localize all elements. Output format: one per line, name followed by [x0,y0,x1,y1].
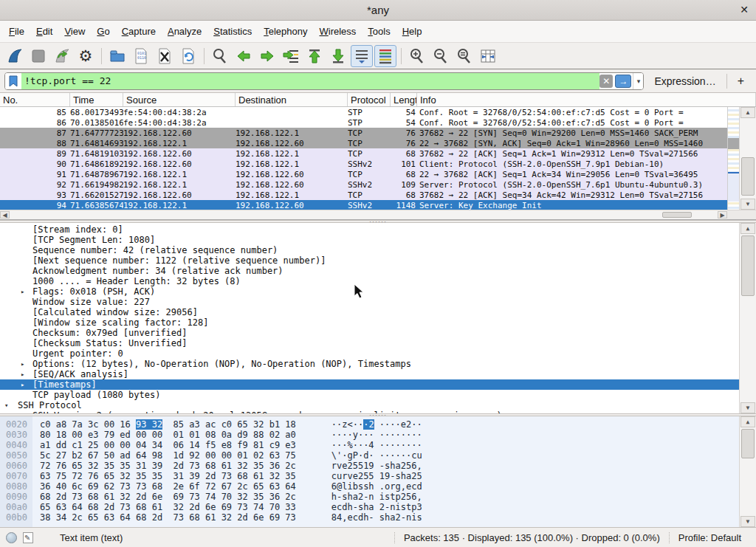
save-file-button[interactable]: 01010110 [130,45,152,67]
zoom-100-button[interactable] [453,45,475,67]
go-top-button[interactable] [303,45,326,67]
packet-row[interactable]: 9371.662015274192.168.122.60192.168.122.… [0,190,727,200]
expression-button[interactable]: Expression… [654,75,715,87]
col-protocol[interactable]: Protocol [348,93,391,106]
scroll-thumb[interactable] [662,212,692,218]
zoom-out-button[interactable] [430,45,452,67]
menu-view[interactable]: View [58,23,91,40]
hex-row[interactable]: 00a065 63 64 68 2d 73 68 61 32 2d 6e 69 … [0,502,739,512]
detail-line[interactable]: ▸[SEQ/ACK analysis] [0,369,739,379]
open-file-button[interactable] [106,45,128,67]
packet-list-vscrollbar[interactable]: ▲ ▼ [739,107,756,210]
packet-row[interactable]: 8568.001734936fe:54:00:d4:38:2aSTP54Conf… [0,107,727,117]
menu-capture[interactable]: Capture [116,23,162,40]
detail-line[interactable]: Checksum: 0x79ed [unverified] [0,328,739,338]
packet-row[interactable]: 8871.648146932192.168.122.1192.168.122.6… [0,138,727,148]
detail-line[interactable]: [Calculated window size: 29056] [0,307,739,317]
go-to-packet-button[interactable] [280,45,302,67]
detail-line[interactable]: TCP payload (1080 bytes) [0,390,739,400]
scroll-thumb[interactable] [741,157,755,196]
scroll-up-icon[interactable]: ▲ [740,107,755,118]
scroll-thumb[interactable] [741,429,755,458]
hex-row[interactable]: 008036 40 6c 69 62 73 73 68 2e 6f 72 67 … [0,481,739,492]
hex-row[interactable]: 00505c 27 b2 67 50 ad 64 98 1d 92 00 00 … [0,450,739,461]
capture-options-button[interactable]: ⚙ [75,45,97,67]
detail-line[interactable]: [Next sequence number: 1122 (relative se… [0,255,739,266]
hex-row[interactable]: 0040a1 dd c1 25 00 00 04 34 06 14 f5 e8 … [0,440,739,450]
zoom-in-button[interactable] [406,45,428,67]
scroll-up-icon[interactable]: ▲ [740,416,755,427]
packet-row[interactable]: 9271.661949820192.168.122.1192.168.122.6… [0,179,727,190]
auto-scroll-toggle[interactable] [351,45,373,67]
col-time[interactable]: Time [70,93,123,106]
packet-row[interactable]: 9171.648789678192.168.122.1192.168.122.6… [0,169,727,179]
filter-apply-icon[interactable]: → [615,75,631,88]
detail-line[interactable]: [TCP Segment Len: 1080] [0,235,739,245]
detail-line[interactable]: Acknowledgment number: 34 (relative ack … [0,266,739,276]
detail-line-selected[interactable]: ▸[Timestamps] [0,379,739,390]
detail-line[interactable]: ▸Options: (12 bytes), No-Operation (NOP)… [0,359,739,369]
packet-row-selected[interactable]: 9471.663856741192.168.122.1192.168.122.6… [0,200,727,210]
hex-row[interactable]: 007063 75 72 76 65 32 35 35 31 39 2d 73 … [0,471,739,481]
filter-clear-icon[interactable]: ✕ [599,75,613,88]
scroll-left-icon[interactable]: ◀ [0,211,10,219]
expert-info-icon[interactable] [6,532,17,543]
col-length[interactable]: Length [391,93,417,106]
display-filter-input[interactable] [21,73,599,89]
col-destination[interactable]: Destination [236,93,348,106]
status-profile[interactable]: Profile: Default [669,532,750,543]
menu-analyze[interactable]: Analyze [162,23,207,40]
col-no[interactable]: No. [0,93,70,106]
packet-list-hscrollbar[interactable]: ◀ ▶ [0,210,727,219]
packet-row[interactable]: 8971.648191037192.168.122.60192.168.122.… [0,148,727,159]
detail-line[interactable]: Window size value: 227 [0,297,739,307]
hex-row[interactable]: 0020c0 a8 7a 3c 00 16 93 32 85 a3 ac c0 … [0,419,739,430]
start-capture-button[interactable] [4,45,26,67]
packet-row[interactable]: 8771.647777234192.168.122.60192.168.122.… [0,128,727,138]
detail-line[interactable]: [Stream index: 0] [0,224,739,235]
packet-row[interactable]: 8670.013850163fe:54:00:d4:38:2aSTP54Conf… [0,117,727,128]
menu-tools[interactable]: Tools [362,23,396,40]
col-info[interactable]: Info [417,93,756,106]
hex-row[interactable]: 006072 76 65 32 35 35 31 39 2d 73 68 61 … [0,461,739,471]
detail-line[interactable]: Urgent pointer: 0 [0,348,739,359]
hex-vscrollbar[interactable]: ▲ ▼ [739,416,756,527]
menu-wireless[interactable]: Wireless [314,23,362,40]
menu-help[interactable]: Help [396,23,428,40]
menu-statistics[interactable]: Statistics [207,23,258,40]
go-back-button[interactable] [233,45,255,67]
add-filter-button[interactable]: + [730,75,752,88]
menu-go[interactable]: Go [91,23,115,40]
colorize-toggle[interactable] [374,45,396,67]
scroll-down-icon[interactable]: ▼ [740,402,755,413]
menu-edit[interactable]: Edit [30,23,58,40]
menu-telephony[interactable]: Telephony [258,23,313,40]
detail-line[interactable]: [Checksum Status: Unverified] [0,338,739,348]
close-icon[interactable]: ✕ [740,4,749,16]
detail-line[interactable]: ▾SSH Protocol [0,400,739,410]
scroll-up-icon[interactable]: ▲ [740,223,755,234]
hex-row[interactable]: 00b038 34 2c 65 63 64 68 2d 73 68 61 32 … [0,512,739,523]
details-vscrollbar[interactable]: ▲ ▼ [739,223,756,413]
detail-line[interactable]: [Window size scaling factor: 128] [0,317,739,328]
filter-dropdown-caret[interactable]: ▾ [633,73,643,89]
scroll-down-icon[interactable]: ▼ [740,199,755,210]
menu-file[interactable]: File [3,23,30,40]
find-packet-button[interactable] [209,45,231,67]
display-filter-field[interactable]: ✕ → ▾ [4,72,644,90]
resize-columns-button[interactable] [477,45,499,67]
intelligent-scrollbar-minimap[interactable] [727,107,739,210]
scroll-right-icon[interactable]: ▶ [718,211,727,219]
restart-capture-button[interactable] [51,45,73,67]
go-bottom-button[interactable] [327,45,349,67]
reload-file-button[interactable] [177,45,199,67]
detail-line[interactable]: Sequence number: 42 (relative sequence n… [0,245,739,255]
scroll-thumb[interactable] [741,235,755,296]
detail-line[interactable]: 1000 .... = Header Length: 32 bytes (8) [0,276,739,286]
capture-comment-icon[interactable] [23,532,33,543]
packet-row[interactable]: 9071.648618924192.168.122.60192.168.122.… [0,159,727,169]
close-file-button[interactable] [154,45,176,67]
stop-capture-button[interactable] [27,45,49,67]
hex-row[interactable]: 009068 2d 73 68 61 32 2d 6e 69 73 74 70 … [0,492,739,502]
col-source[interactable]: Source [123,93,236,106]
